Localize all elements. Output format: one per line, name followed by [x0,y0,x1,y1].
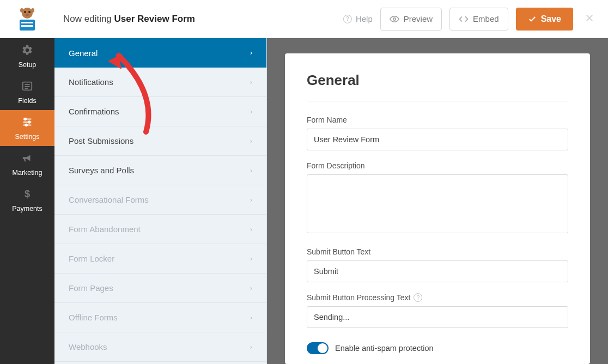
submenu-label: General [69,48,98,58]
chevron-right-icon: › [250,343,252,351]
code-icon [459,14,469,24]
general-settings-card: General Form Name Form Description Submi… [285,53,590,364]
chevron-right-icon: › [250,78,252,86]
submit-text-label: Submit Button Text [307,247,568,256]
form-name-input[interactable] [307,129,568,150]
help-link[interactable]: ? Help [343,14,373,23]
chevron-right-icon: › [250,137,252,145]
logo [0,0,54,38]
submenu-item-offline-forms[interactable]: Offline Forms › [54,303,266,332]
submenu-label: Offline Forms [69,313,118,322]
svg-point-5 [31,8,34,13]
sidebar-item-label: Settings [15,133,39,141]
submenu-item-general[interactable]: General › [54,38,266,68]
form-description-label: Form Description [307,161,568,170]
divider [307,101,568,101]
submenu-label: Confirmations [69,107,119,116]
settings-submenu: General › Notifications › Confirmations … [54,38,267,364]
editing-title: Now editing User Review Form [54,14,343,25]
svg-point-19 [25,124,27,126]
sidebar-item-label: Payments [12,205,42,213]
sidebar-item-settings[interactable]: Settings [0,110,54,146]
close-icon [584,13,595,23]
submenu-item-notifications[interactable]: Notifications › [54,68,266,97]
submenu-label: Notifications [69,77,113,87]
bullhorn-icon [21,152,33,167]
close-button[interactable] [581,10,598,27]
svg-text:$: $ [25,188,30,199]
submenu-item-form-pages[interactable]: Form Pages › [54,274,266,303]
sidebar-item-label: Marketing [13,169,42,177]
sidebar-item-label: Setup [19,61,37,69]
chevron-right-icon: › [250,226,252,233]
form-description-input[interactable] [307,174,568,233]
sidebar-item-payments[interactable]: $ Payments [0,182,54,218]
svg-point-2 [28,11,31,13]
save-label: Save [541,14,561,24]
submenu-item-surveys-polls[interactable]: Surveys and Polls › [54,156,266,185]
submenu-label: Surveys and Polls [69,166,134,175]
svg-point-4 [20,8,23,13]
eye-icon [390,14,399,24]
submit-processing-input[interactable] [307,306,568,328]
sidebar-item-setup[interactable]: Setup [0,38,54,74]
svg-rect-8 [21,25,33,27]
svg-point-1 [24,11,26,13]
gear-icon [21,44,33,59]
topbar: Now editing User Review Form ? Help Prev… [0,0,608,38]
chevron-right-icon: › [250,314,252,321]
title-prefix: Now editing [63,14,112,24]
submenu-item-post-submissions[interactable]: Post Submissions › [54,126,266,156]
submit-text-input[interactable] [307,260,568,282]
submenu-item-form-abandonment[interactable]: Form Abandonment › [54,215,266,244]
sidebar-item-marketing[interactable]: Marketing [0,146,54,182]
submenu-label: Form Locker [69,254,114,263]
panel-heading: General [307,72,568,89]
submenu-label: Form Pages [69,283,113,293]
submenu-item-webhooks[interactable]: Webhooks › [54,332,266,362]
submenu-item-conversational-forms[interactable]: Conversational Forms › [54,185,266,215]
help-tooltip-icon[interactable]: ? [414,293,422,302]
preview-area: General Form Name Form Description Submi… [267,38,608,364]
embed-button[interactable]: Embed [449,8,508,31]
submit-processing-label-text: Submit Button Processing Text [307,293,410,302]
submenu-item-confirmations[interactable]: Confirmations › [54,97,266,126]
sidebar: Setup Fields Settings Marketing $ Paymen… [0,38,54,364]
chevron-right-icon: › [250,196,252,204]
sidebar-item-fields[interactable]: Fields [0,74,54,110]
submenu-label: Conversational Forms [69,195,149,204]
dollar-icon: $ [21,188,33,203]
svg-point-18 [28,121,31,123]
check-icon [528,15,537,23]
preview-button[interactable]: Preview [380,8,442,31]
sidebar-item-label: Fields [18,97,36,105]
sliders-icon [21,116,33,131]
list-icon [21,80,33,95]
antispam-label: Enable anti-spam protection [335,344,434,353]
chevron-right-icon: › [250,255,252,263]
svg-point-0 [22,8,33,19]
chevron-right-icon: › [250,49,252,57]
svg-rect-7 [21,22,33,23]
submenu-label: Form Abandonment [69,225,141,234]
form-name-label: Form Name [307,116,568,124]
chevron-right-icon: › [250,167,252,174]
main: Setup Fields Settings Marketing $ Paymen… [0,38,608,364]
svg-point-17 [25,118,27,120]
submenu-label: Post Submissions [69,136,133,145]
antispam-row: Enable anti-spam protection [307,342,568,354]
antispam-toggle[interactable] [307,342,329,354]
submit-processing-label: Submit Button Processing Text ? [307,293,568,302]
wpforms-logo-icon [14,5,41,33]
help-icon: ? [343,15,352,23]
svg-point-3 [26,14,29,16]
submenu-label: Webhooks [69,342,107,351]
preview-label: Preview [404,14,433,23]
form-name-title: User Review Form [114,14,195,24]
submenu-item-form-locker[interactable]: Form Locker › [54,244,266,274]
chevron-right-icon: › [250,108,252,116]
save-button[interactable]: Save [516,8,573,31]
topbar-actions: ? Help Preview Embed Save [343,8,608,31]
embed-label: Embed [473,14,499,23]
help-label: Help [356,14,373,23]
